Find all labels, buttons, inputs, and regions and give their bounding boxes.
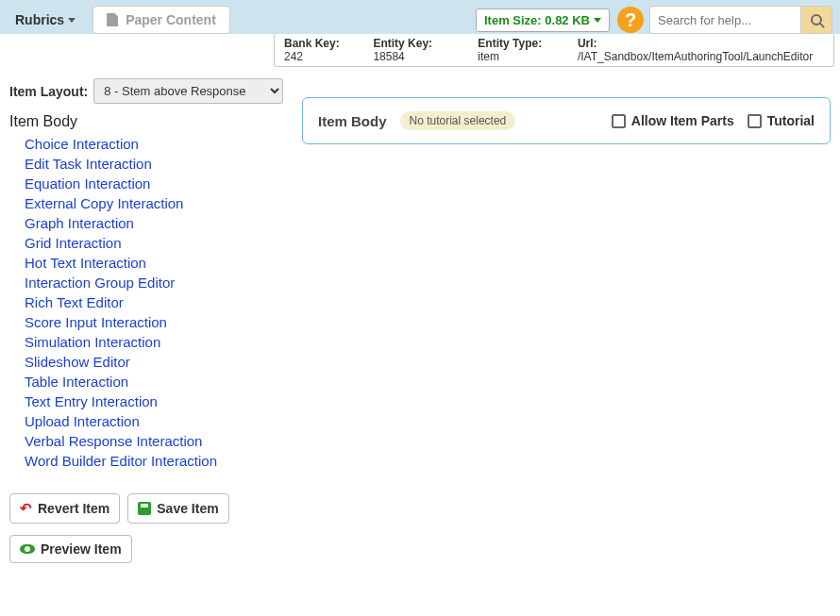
save-icon — [138, 502, 151, 515]
checkbox-icon — [612, 114, 626, 128]
bank-key: Bank Key: 242 — [284, 37, 358, 63]
list-item: Rich Text Editor — [25, 294, 283, 310]
interaction-link[interactable]: Verbal Response Interaction — [25, 433, 202, 449]
list-item: Text Entry Interaction — [25, 393, 283, 409]
list-item: Hot Text Interaction — [25, 255, 283, 271]
interaction-link[interactable]: Simulation Interaction — [25, 334, 160, 350]
info-bar: Bank Key: 242 Entity Key: 18584 Entity T… — [274, 34, 834, 67]
interaction-link[interactable]: Grid Interaction — [25, 235, 122, 251]
list-item: Word Builder Editor Interaction — [25, 453, 283, 469]
interaction-link[interactable]: Edit Task Interaction — [25, 156, 152, 172]
undo-icon: ↶ — [20, 500, 32, 517]
interaction-link[interactable]: Slideshow Editor — [25, 354, 130, 370]
list-item: Slideshow Editor — [25, 354, 283, 370]
interaction-link[interactable]: Score Input Interaction — [25, 314, 167, 330]
action-row-2: Preview Item — [9, 535, 283, 563]
caret-down-icon — [594, 18, 601, 23]
list-item: Table Interaction — [25, 374, 283, 390]
allow-item-parts-checkbox[interactable]: Allow Item Parts — [612, 113, 734, 128]
interaction-list: Choice InteractionEdit Task InteractionE… — [9, 136, 283, 469]
paper-content-label: Paper Content — [126, 12, 216, 27]
item-body-heading: Item Body — [9, 113, 283, 130]
rubrics-label: Rubrics — [15, 12, 64, 27]
item-body-panel: Item Body No tutorial selected Allow Ite… — [302, 97, 831, 144]
interaction-link[interactable]: Word Builder Editor Interaction — [25, 453, 217, 469]
item-layout-row: Item Layout: 8 - Stem above Response — [9, 78, 283, 104]
interaction-link[interactable]: Text Entry Interaction — [25, 393, 158, 409]
action-row: ↶ Revert Item Save Item — [9, 493, 283, 524]
right-column: Item Body No tutorial selected Allow Ite… — [302, 97, 831, 144]
search-icon — [811, 14, 822, 25]
item-layout-label: Item Layout: — [9, 84, 88, 99]
list-item: Choice Interaction — [25, 136, 283, 152]
entity-type: Entity Type: item — [478, 37, 563, 63]
paper-content-button[interactable]: Paper Content — [92, 6, 230, 34]
caret-down-icon — [68, 18, 76, 23]
panel-title: Item Body — [318, 113, 387, 129]
preview-item-button[interactable]: Preview Item — [9, 535, 132, 563]
interaction-link[interactable]: Choice Interaction — [25, 136, 139, 152]
rubrics-dropdown[interactable]: Rubrics — [8, 8, 83, 31]
list-item: Equation Interaction — [25, 175, 283, 191]
left-column: Item Layout: 8 - Stem above Response Ite… — [9, 78, 283, 563]
url-field: Url: /IAT_Sandbox/ItemAuthoringTool/Laun… — [578, 37, 824, 63]
interaction-link[interactable]: Interaction Group Editor — [25, 275, 175, 291]
checkbox-icon — [748, 114, 762, 128]
interaction-link[interactable]: Rich Text Editor — [25, 294, 124, 310]
list-item: Upload Interaction — [25, 413, 283, 429]
list-item: External Copy Interaction — [25, 195, 283, 211]
save-item-button[interactable]: Save Item — [127, 493, 228, 524]
search-wrap — [649, 6, 832, 34]
list-item: Interaction Group Editor — [25, 275, 283, 291]
interaction-link[interactable]: Upload Interaction — [25, 413, 140, 429]
search-button[interactable] — [800, 6, 832, 34]
search-input[interactable] — [649, 6, 800, 34]
no-tutorial-badge: No tutorial selected — [400, 111, 516, 130]
revert-item-button[interactable]: ↶ Revert Item — [9, 493, 120, 524]
item-size-label: Item Size: 0.82 KB — [484, 13, 590, 27]
top-toolbar: Rubrics Paper Content Item Size: 0.82 KB… — [0, 0, 840, 34]
interaction-link[interactable]: Hot Text Interaction — [25, 255, 146, 271]
eye-icon — [20, 544, 35, 554]
list-item: Graph Interaction — [25, 215, 283, 231]
list-item: Score Input Interaction — [25, 314, 283, 330]
list-item: Simulation Interaction — [25, 334, 283, 350]
document-icon — [107, 13, 118, 26]
list-item: Grid Interaction — [25, 235, 283, 251]
tutorial-checkbox[interactable]: Tutorial — [748, 113, 815, 128]
item-layout-select[interactable]: 8 - Stem above Response — [93, 78, 283, 104]
interaction-link[interactable]: Graph Interaction — [25, 215, 134, 231]
interaction-link[interactable]: Equation Interaction — [25, 175, 150, 191]
entity-key: Entity Key: 18584 — [373, 37, 462, 63]
list-item: Verbal Response Interaction — [25, 433, 283, 449]
help-icon[interactable]: ? — [617, 7, 644, 33]
list-item: Edit Task Interaction — [25, 156, 283, 172]
item-size-dropdown[interactable]: Item Size: 0.82 KB — [476, 8, 610, 32]
interaction-link[interactable]: Table Interaction — [25, 374, 128, 390]
interaction-link[interactable]: External Copy Interaction — [25, 195, 183, 211]
main-area: Item Layout: 8 - Stem above Response Ite… — [0, 67, 840, 574]
